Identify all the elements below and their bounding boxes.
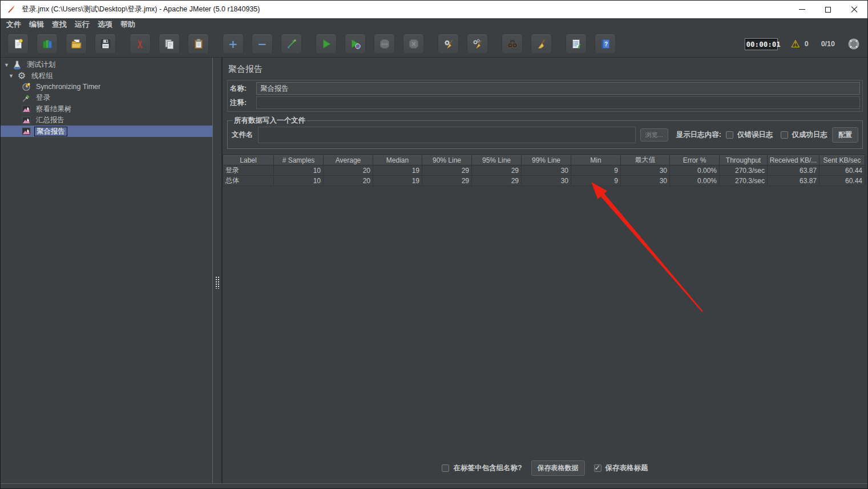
menu-item-2[interactable]: 查找 [48,18,71,31]
toggle-button[interactable] [281,34,302,54]
success-only-checkbox[interactable] [781,131,788,139]
tree-item-label: 测试计划 [25,60,57,69]
elapsed-timer: 00:00:01 [745,38,778,50]
tree-item-6[interactable]: 聚合报告 [1,126,212,136]
table-cell: 30 [621,176,670,186]
success-only-label: 仅成功日志 [792,130,828,140]
function-helper-icon [571,38,582,50]
start-button[interactable] [316,34,337,54]
save-floppy-icon [100,38,111,50]
clear-button[interactable] [438,34,459,54]
save-table-data-button[interactable]: 保存表格数据 [531,460,585,476]
copy-button[interactable] [159,34,180,54]
shutdown-icon [408,38,419,50]
scissors-icon: ✂ [135,39,146,49]
expand-arrow-icon[interactable]: ▼ [9,73,17,79]
table-cell: 9 [571,176,621,186]
splitter-grip-icon[interactable] [215,276,219,289]
warning-icon[interactable]: ⚠ [791,39,800,49]
column-header-11[interactable]: Received KB/... [768,155,819,165]
table-cell: 19 [373,176,422,186]
column-header-5[interactable]: 95% Line [472,155,522,165]
thread-group-icon: ⚙ [17,71,27,80]
configure-button[interactable]: 配置 [832,127,858,143]
search-button[interactable] [502,34,523,54]
column-header-10[interactable]: Throughput [720,155,768,165]
table-cell: 30 [522,176,571,186]
close-button[interactable] [841,1,867,18]
column-header-4[interactable]: 90% Line [422,155,472,165]
jmeter-feather-icon [7,5,17,14]
start-no-pauses-icon [350,38,361,50]
table-cell: 30 [621,165,670,176]
tree-item-label: 线程组 [30,72,55,80]
column-header-12[interactable]: Sent KB/sec [819,155,865,165]
save-header-checkbox[interactable]: ✓ [594,464,601,472]
minimize-button[interactable] [789,1,815,18]
menu-item-3[interactable]: 运行 [71,18,94,31]
write-results-group: 所有数据写入一个文件 文件名 浏览... 显示日志内容: 仅错误日志 仅成功日志… [227,116,863,149]
maximize-button[interactable] [815,1,841,18]
help-button[interactable]: ? [595,34,616,54]
save-button[interactable] [95,34,116,54]
table-cell: 29 [472,176,522,186]
function-helper-button[interactable] [566,34,587,54]
clear-all-button[interactable] [467,34,488,54]
include-group-name-checkbox[interactable] [442,464,449,472]
table-cell: 20 [324,165,373,176]
tree-item-0[interactable]: ▼测试计划 [1,59,212,70]
new-file-icon [13,38,24,50]
add-element-button[interactable]: + [223,34,244,54]
comment-input[interactable] [256,96,860,109]
column-header-7[interactable]: Min [571,155,621,165]
tree-item-3[interactable]: 登录 [1,92,212,103]
menu-bar: 文件编辑查找运行选项帮助 [1,18,867,31]
column-header-1[interactable]: # Samples [274,155,324,165]
panel-splitter[interactable] [213,58,221,483]
table-cell: 30 [522,165,571,176]
new-button[interactable] [7,34,29,54]
test-plan-icon [12,60,22,70]
stop-button[interactable]: STOP [374,34,395,54]
expand-arrow-icon[interactable]: ▼ [4,62,12,68]
help-book-icon: ? [600,38,611,50]
menu-item-5[interactable]: 帮助 [116,18,139,31]
menu-item-4[interactable]: 选项 [94,18,116,31]
name-input[interactable] [256,82,860,95]
listener-icon [21,116,31,125]
shutdown-button[interactable] [403,34,424,54]
templates-button[interactable] [37,34,58,54]
table-cell: 270.3/sec [720,165,768,176]
browse-button[interactable]: 浏览... [640,128,668,142]
menu-item-1[interactable]: 编辑 [25,18,48,31]
clear-search-button[interactable] [531,34,552,54]
start-play-icon [321,38,332,50]
binoculars-icon [507,38,518,50]
remove-element-button[interactable]: − [252,34,273,54]
tree-item-4[interactable]: 察看结果树 [1,104,212,115]
table-cell: 60.44 [819,176,865,186]
copy-icon [164,38,175,50]
cut-button[interactable]: ✂ [130,34,151,54]
column-header-0[interactable]: Label [223,155,274,165]
tree-item-2[interactable]: Synchronizing Timer [1,82,212,92]
open-button[interactable] [66,34,87,54]
paste-button[interactable] [188,34,209,54]
column-header-8[interactable]: 最大值 [621,155,670,165]
table-cell: 9 [571,165,621,176]
filename-input[interactable] [258,127,636,143]
start-no-pauses-button[interactable] [345,34,366,54]
tree-item-5[interactable]: 汇总报告 [1,115,212,126]
table-cell: 29 [422,176,472,186]
tree-item-1[interactable]: ▼⚙线程组 [1,70,212,81]
errors-only-checkbox[interactable] [726,131,733,139]
aggregate-report-panel: 聚合报告 名称: 注释: 所有数据写入一个文件 文件名 浏览... 显示日志内容… [221,58,867,483]
close-icon [851,6,858,13]
jmeter-window: 登录.jmx (C:\Users\测试\Desktop\登录.jmx) - Ap… [0,0,868,489]
column-header-2[interactable]: Average [324,155,373,165]
listener-icon [21,104,31,114]
column-header-6[interactable]: 99% Line [522,155,571,165]
column-header-3[interactable]: Median [373,155,422,165]
menu-item-0[interactable]: 文件 [2,18,25,31]
column-header-9[interactable]: Error % [670,155,720,165]
